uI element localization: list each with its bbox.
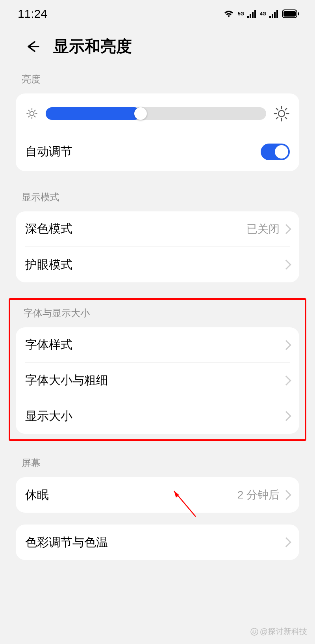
back-icon[interactable] bbox=[24, 39, 39, 54]
svg-point-11 bbox=[30, 112, 34, 116]
section-header-font-display: 字体与显示大小 bbox=[16, 300, 299, 327]
chevron-right-icon bbox=[281, 411, 291, 421]
dark-mode-label: 深色模式 bbox=[25, 221, 72, 237]
svg-rect-3 bbox=[254, 10, 256, 18]
section-header-brightness: 亮度 bbox=[0, 73, 315, 93]
section-header-display-mode: 显示模式 bbox=[0, 191, 315, 211]
svg-point-32 bbox=[252, 630, 254, 631]
font-style-label: 字体样式 bbox=[25, 337, 72, 353]
sleep-value: 2 分钟后 bbox=[237, 487, 280, 502]
signal-4g-icon bbox=[269, 9, 279, 18]
signal-5g-icon bbox=[247, 9, 257, 18]
svg-line-16 bbox=[29, 110, 30, 111]
font-size-row[interactable]: 字体大小与粗细 bbox=[25, 363, 290, 398]
dark-mode-value: 已关闭 bbox=[246, 222, 280, 237]
font-display-card: 字体样式 字体大小与粗细 显示大小 bbox=[16, 327, 299, 434]
svg-rect-1 bbox=[250, 14, 251, 18]
watermark: @探讨新科技 bbox=[250, 626, 307, 637]
status-icons: 5G 4G bbox=[223, 9, 299, 19]
eye-care-label: 护眼模式 bbox=[25, 257, 72, 273]
network-5g-label: 5G bbox=[238, 11, 244, 17]
brightness-slider-thumb[interactable] bbox=[134, 107, 147, 120]
section-header-screen: 屏幕 bbox=[0, 457, 315, 477]
screen-card-sleep: 休眠 2 分钟后 bbox=[16, 477, 299, 513]
svg-point-31 bbox=[251, 628, 258, 635]
chevron-right-icon bbox=[281, 224, 291, 234]
brightness-card: 自动调节 bbox=[16, 93, 299, 171]
svg-line-19 bbox=[29, 116, 30, 117]
chevron-right-icon bbox=[281, 537, 291, 547]
color-temp-label: 色彩调节与色温 bbox=[25, 534, 108, 551]
svg-rect-10 bbox=[298, 12, 299, 15]
watermark-text: @探讨新科技 bbox=[260, 626, 307, 637]
svg-rect-2 bbox=[252, 12, 254, 18]
svg-point-20 bbox=[278, 110, 285, 117]
svg-line-17 bbox=[34, 116, 35, 117]
svg-line-25 bbox=[276, 108, 278, 110]
svg-point-33 bbox=[255, 630, 256, 631]
brightness-high-icon bbox=[273, 105, 290, 122]
svg-line-28 bbox=[276, 117, 278, 119]
brightness-low-icon bbox=[25, 107, 39, 120]
dark-mode-row[interactable]: 深色模式 已关闭 bbox=[25, 211, 290, 247]
auto-brightness-toggle[interactable] bbox=[261, 144, 290, 160]
svg-rect-6 bbox=[274, 12, 276, 18]
sleep-label: 休眠 bbox=[25, 487, 49, 503]
page-title: 显示和亮度 bbox=[53, 35, 132, 57]
font-style-row[interactable]: 字体样式 bbox=[25, 327, 290, 363]
brightness-slider-row bbox=[25, 105, 290, 132]
display-size-row[interactable]: 显示大小 bbox=[25, 398, 290, 434]
brightness-slider-fill bbox=[46, 107, 141, 120]
watermark-icon bbox=[250, 628, 258, 636]
color-temp-row[interactable]: 色彩调节与色温 bbox=[25, 525, 290, 560]
chevron-right-icon bbox=[281, 490, 291, 500]
svg-rect-4 bbox=[269, 16, 271, 18]
display-size-label: 显示大小 bbox=[25, 408, 72, 424]
svg-rect-0 bbox=[247, 16, 249, 18]
svg-rect-7 bbox=[276, 10, 278, 18]
svg-line-18 bbox=[34, 110, 35, 111]
svg-line-26 bbox=[285, 117, 287, 119]
screen-card-color: 色彩调节与色温 bbox=[16, 525, 299, 560]
brightness-slider[interactable] bbox=[46, 107, 266, 120]
svg-line-27 bbox=[285, 108, 287, 110]
font-size-label: 字体大小与粗细 bbox=[25, 372, 108, 388]
network-4g-label: 4G bbox=[260, 11, 266, 17]
auto-brightness-label: 自动调节 bbox=[25, 144, 72, 160]
chevron-right-icon bbox=[281, 259, 291, 269]
battery-icon bbox=[282, 9, 299, 18]
sleep-row[interactable]: 休眠 2 分钟后 bbox=[25, 477, 290, 513]
eye-care-row[interactable]: 护眼模式 bbox=[25, 247, 290, 282]
status-time: 11:24 bbox=[18, 7, 47, 21]
wifi-icon bbox=[223, 9, 235, 19]
highlight-annotation: 字体与显示大小 字体样式 字体大小与粗细 显示大小 bbox=[9, 298, 306, 441]
auto-brightness-row[interactable]: 自动调节 bbox=[25, 132, 290, 171]
page-header: 显示和亮度 bbox=[0, 24, 315, 73]
status-bar: 11:24 5G 4G bbox=[0, 0, 315, 24]
chevron-right-icon bbox=[281, 375, 291, 385]
svg-rect-9 bbox=[284, 11, 296, 17]
svg-rect-5 bbox=[272, 14, 273, 18]
display-mode-card: 深色模式 已关闭 护眼模式 bbox=[16, 211, 299, 282]
chevron-right-icon bbox=[281, 340, 291, 350]
